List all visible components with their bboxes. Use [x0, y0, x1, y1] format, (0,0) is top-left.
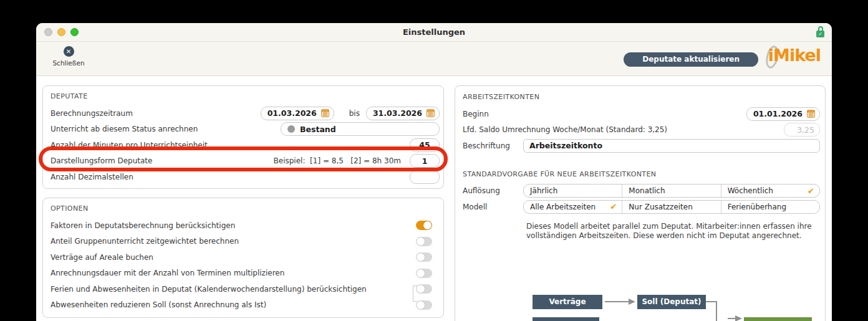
toggle-knob: [417, 301, 425, 309]
date-from-value: 01.03.2026: [268, 108, 317, 118]
option-row: Abwesenheiten reduzieren Soll (sonst Anr…: [51, 297, 436, 314]
diagram-connectors: [455, 292, 811, 321]
option-label: Anrechnungsdauer mit der Anzahl von Term…: [51, 269, 416, 277]
close-icon: ✕: [64, 46, 74, 57]
diagram-box-soll-deputat: Soll (Deputat): [637, 295, 706, 309]
option-label: Faktoren in Deputatsberechnung berücksic…: [51, 221, 416, 230]
aufloesung-segmented-control: Jährlich✔ Monatlich✔ Wöchentlich✔: [523, 184, 820, 198]
date-from-field[interactable]: 01.03.2026: [261, 107, 334, 120]
lock-icon: ✓: [816, 26, 825, 39]
content-area: DEPUTATE Berechnungszeitraum 01.03.2026 …: [36, 76, 832, 321]
segment-ferienueberhang[interactable]: Ferienüberhang✔: [721, 201, 819, 213]
toggle-knob: [417, 269, 425, 277]
toolbar: ✕ Schließen Deputate aktualisieren iMike…: [36, 42, 832, 76]
option-label: Anteil Gruppenunterricht zeitgewichtet b…: [51, 237, 416, 246]
calendar-icon[interactable]: [807, 110, 815, 118]
diagram-box-green: [744, 317, 812, 321]
darstellungsform-hint: Beispiel: [1] = 8,5 [2] = 8h 30m: [274, 156, 401, 165]
traffic-lights: [44, 28, 79, 36]
option-label: Ferien und Abwesenheiten in Deputat (Kal…: [51, 285, 416, 294]
darstellungsform-row: Darstellungsform Deputate Beispiel: [1] …: [51, 153, 440, 170]
check-icon: ✔: [808, 186, 814, 196]
berechnungszeitraum-label: Berechnungszeitraum: [51, 109, 261, 118]
toggle-knob: [423, 221, 432, 229]
dezimalstellen-label: Anzahl Dezimalstellen: [51, 173, 410, 181]
modell-description: Dieses Modell arbeitet parallel zum Depu…: [526, 222, 818, 242]
optionen-section-title: OPTIONEN: [51, 204, 436, 213]
deputate-section-title: DEPUTATE: [51, 92, 440, 100]
status-dot: [287, 125, 295, 133]
dezimalstellen-row: Anzahl Dezimalstellen: [51, 169, 440, 185]
toggle-gruppenunterricht[interactable]: [416, 237, 432, 246]
window-title: Einstellungen: [36, 23, 832, 42]
toggle-anrechnungsdauer[interactable]: [416, 269, 432, 278]
toggle-areale[interactable]: [416, 252, 432, 262]
option-row: Anteil Gruppenunterricht zeitgewichtet b…: [51, 234, 436, 250]
bis-label: bis: [349, 109, 360, 118]
saldo-row: Lfd. Saldo Umrechnung Woche/Monat (Stand…: [463, 122, 820, 138]
option-row: Verträge auf Areale buchen: [51, 249, 436, 266]
modell-row: Modell Alle Arbeitszeiten✔ Nur Zusatzzei…: [463, 199, 820, 215]
calendar-icon[interactable]: [321, 109, 329, 117]
segment-woechentlich[interactable]: Wöchentlich✔: [721, 184, 819, 197]
modell-segmented-control: Alle Arbeitszeiten✔ Nur Zusatzzeiten✔ Fe…: [523, 200, 820, 214]
diagram-box-vertraege: Verträge: [533, 295, 602, 309]
darstellungsform-label: Darstellungsform Deputate: [51, 156, 274, 165]
beschriftung-label: Beschriftung: [463, 141, 523, 150]
zoom-traffic-icon[interactable]: [70, 28, 79, 36]
standardvorgabe-section-title: STANDARDVORGABE FÜR NEUE ARBEITSZEITKONT…: [463, 170, 820, 178]
saldo-label: Lfd. Saldo Umrechnung Woche/Monat (Stand…: [463, 125, 784, 134]
status-row: Unterricht ab diesem Status anrechnen Be…: [51, 122, 440, 138]
status-field[interactable]: Bestand: [281, 122, 440, 136]
update-deputate-button[interactable]: Deputate aktualisieren: [624, 52, 758, 67]
toggle-faktoren[interactable]: [416, 221, 432, 230]
minuten-field[interactable]: 45: [410, 138, 440, 152]
option-label: Verträge auf Areale buchen: [51, 253, 416, 262]
saldo-field: 3,25: [784, 123, 820, 137]
aufloesung-label: Auflösung: [463, 186, 523, 195]
beginn-row: Beginn 01.01.2026: [463, 106, 820, 122]
toggle-abwesenheiten-soll[interactable]: [416, 300, 432, 310]
close-traffic-icon[interactable]: [44, 28, 52, 36]
minimize-traffic-icon[interactable]: [57, 28, 65, 36]
toggle-knob: [417, 253, 425, 261]
toggle-ferien-abwesenheiten[interactable]: [416, 284, 432, 294]
imikel-logo: iMikel: [768, 46, 821, 65]
beginn-field[interactable]: 01.01.2026: [746, 107, 820, 121]
close-button[interactable]: ✕ Schließen: [49, 46, 89, 67]
close-button-label: Schließen: [49, 59, 89, 67]
status-label: Unterricht ab diesem Status anrechnen: [51, 125, 281, 133]
dezimalstellen-field[interactable]: [410, 170, 440, 184]
option-row: Ferien und Abwesenheiten in Deputat (Kal…: [51, 281, 436, 297]
date-to-value: 31.03.2026: [373, 108, 422, 118]
segment-monatlich[interactable]: Monatlich✔: [622, 184, 721, 197]
minuten-row: Anzahl der Minuten pro Unterrichtseinhei…: [51, 137, 440, 153]
segment-jaehrlich[interactable]: Jährlich✔: [524, 184, 622, 197]
minuten-label: Anzahl der Minuten pro Unterrichtseinhei…: [51, 141, 410, 150]
segment-alle-arbeitszeiten[interactable]: Alle Arbeitszeiten✔: [524, 201, 622, 213]
beginn-value: 01.01.2026: [753, 109, 803, 118]
status-value: Bestand: [300, 125, 336, 134]
arbeitszeitkonten-panel: ARBEITSZEITKONTEN Beginn 01.01.2026 Lfd.…: [455, 85, 826, 321]
settings-window: Einstellungen ✓ ✕ Schließen Deputate akt…: [36, 23, 832, 321]
titlebar: Einstellungen ✓: [36, 23, 832, 42]
option-label: Abwesenheiten reduzieren Soll (sonst Anr…: [51, 300, 416, 309]
toggle-link-bracket: [413, 285, 417, 302]
segment-nur-zusatzzeiten[interactable]: Nur Zusatzzeiten✔: [622, 201, 721, 213]
berechnungszeitraum-row: Berechnungszeitraum 01.03.2026 bis 31.03…: [51, 105, 440, 122]
darstellungsform-field[interactable]: 1: [410, 154, 440, 168]
toggle-knob: [417, 237, 425, 246]
diagram-box-bottom-left: [533, 317, 599, 321]
modell-label: Modell: [463, 203, 523, 211]
calendar-icon[interactable]: [427, 109, 435, 117]
option-row: Anrechnungsdauer mit der Anzahl von Term…: [51, 266, 436, 282]
beschriftung-field[interactable]: Arbeitszeitkonto: [523, 139, 820, 153]
check-icon: ✔: [610, 202, 617, 211]
optionen-panel: OPTIONEN Faktoren in Deputatsberechnung …: [42, 198, 444, 318]
aufloesung-row: Auflösung Jährlich✔ Monatlich✔ Wöchentli…: [463, 183, 820, 199]
logo-text: iMikel: [768, 46, 821, 65]
toggle-knob: [417, 285, 425, 293]
beschriftung-row: Beschriftung Arbeitszeitkonto: [463, 138, 820, 154]
option-row: Faktoren in Deputatsberechnung berücksic…: [51, 218, 436, 234]
date-to-field[interactable]: 31.03.2026: [366, 107, 440, 120]
